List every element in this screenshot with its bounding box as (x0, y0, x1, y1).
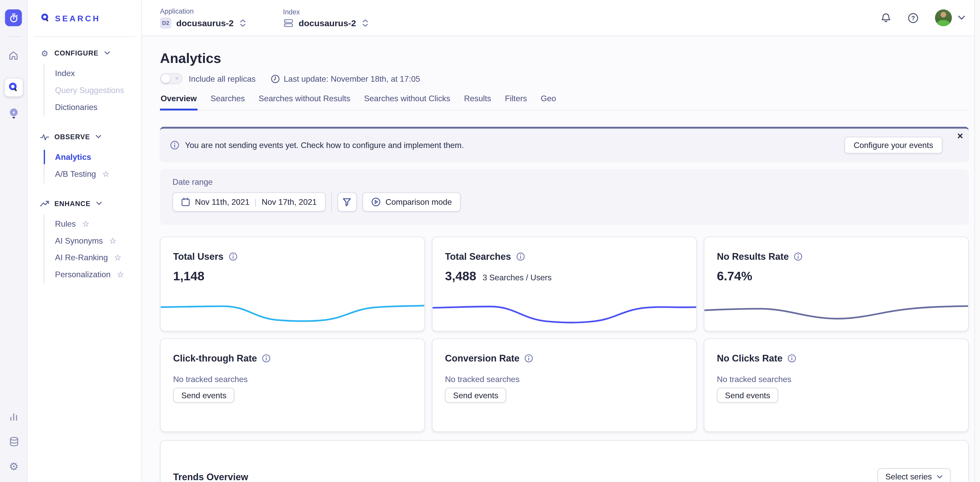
date-separator: | (255, 197, 256, 206)
last-update: Last update: November 18th, at 17:05 (270, 74, 420, 83)
total-searches-sparkline (433, 291, 696, 328)
select-series-label: Select series (885, 472, 932, 481)
pulse-icon (40, 133, 49, 141)
rail-bottom-icons: ⚙ (0, 401, 27, 476)
help-icon[interactable]: ? (907, 12, 919, 24)
filter-button[interactable] (337, 192, 357, 211)
sidebar-item-label: Dictionaries (55, 102, 97, 111)
account-chevron-down-icon[interactable] (958, 16, 965, 20)
sidebar-item-query-suggestions[interactable]: Query Suggestions (45, 82, 142, 99)
data-rail-icon[interactable] (4, 432, 23, 451)
events-banner: You are not sending events yet. Check ho… (160, 127, 969, 161)
section-label: CONFIGURE (54, 49, 98, 57)
magnifier-logo-icon (41, 13, 50, 23)
conversion-rate-card: Conversion Rate No tracked searches Send… (432, 338, 697, 432)
recommend-icon[interactable] (4, 104, 23, 123)
gear-icon: ⚙ (9, 461, 19, 471)
content: Analytics × Include all replicas Last up… (142, 36, 980, 482)
info-icon[interactable] (516, 252, 525, 260)
select-series-button[interactable]: Select series (877, 468, 950, 482)
sidebar-item-index[interactable]: Index (45, 65, 142, 82)
metric-value: 3,488 (445, 269, 476, 284)
updown-chevrons-icon[interactable] (362, 19, 368, 27)
sidebar-item-personalization[interactable]: Personalization ☆ (45, 266, 142, 283)
info-icon[interactable] (794, 252, 802, 260)
usage-app-icon[interactable] (5, 9, 22, 26)
section-configure-items: Index Query Suggestions Dictionaries (44, 64, 141, 117)
home-icon[interactable] (4, 46, 23, 64)
meta-row: × Include all replicas Last update: Nove… (160, 73, 969, 85)
metric-title: No Results Rate (717, 251, 789, 262)
tab-results[interactable]: Results (463, 94, 492, 110)
metric-title: Conversion Rate (445, 353, 520, 363)
info-icon[interactable] (228, 252, 237, 260)
send-events-button[interactable]: Send events (717, 388, 778, 403)
index-selector[interactable]: Index docusaurus-2 (283, 8, 368, 28)
info-icon (170, 140, 179, 149)
search-product-icon[interactable] (4, 78, 23, 97)
stopwatch-icon (8, 13, 19, 23)
info-icon[interactable] (788, 354, 796, 362)
sidebar-item-ai-synonyms[interactable]: AI Synonyms ☆ (45, 232, 142, 249)
tab-searches-without-clicks[interactable]: Searches without Clicks (363, 94, 451, 110)
sidebar-item-label: AI Re-Ranking (55, 253, 108, 262)
tab-filters[interactable]: Filters (504, 94, 528, 110)
comparison-mode-button[interactable]: Comparison mode (363, 192, 461, 211)
section-observe-header[interactable]: OBSERVE (27, 130, 141, 143)
star-icon[interactable]: ☆ (114, 253, 121, 262)
analytics-tabs: Overview Searches Searches without Resul… (160, 94, 969, 111)
close-icon[interactable]: × (958, 131, 963, 141)
sidebar-item-ai-reranking[interactable]: AI Re-Ranking ☆ (45, 249, 142, 266)
no-clicks-rate-card: No Clicks Rate No tracked searches Send … (704, 338, 969, 432)
section-configure-header[interactable]: ⚙ CONFIGURE (27, 47, 141, 59)
star-icon[interactable]: ☆ (102, 170, 109, 178)
date-range-button[interactable]: Nov 11th, 2021 | Nov 17th, 2021 (173, 192, 326, 211)
info-icon[interactable] (525, 354, 533, 362)
application-selector[interactable]: Application D2 docusaurus-2 (160, 7, 245, 29)
chevron-down-icon (937, 475, 942, 479)
empty-state-text: No tracked searches (445, 374, 684, 384)
analytics-rail-icon[interactable] (4, 407, 23, 426)
application-value: docusaurus-2 (176, 18, 234, 28)
clock-icon (270, 74, 280, 83)
star-icon[interactable]: ☆ (117, 270, 124, 279)
send-events-button[interactable]: Send events (173, 388, 235, 403)
calendar-icon (181, 197, 190, 206)
tab-searches[interactable]: Searches (210, 94, 245, 110)
metrics-row-2: Click-through Rate No tracked searches S… (160, 338, 969, 432)
metric-value: 6.74% (717, 269, 752, 284)
send-events-button[interactable]: Send events (445, 388, 506, 403)
total-users-sparkline (161, 291, 424, 328)
settings-rail-icon[interactable]: ⚙ (4, 457, 23, 476)
sidebar-item-dictionaries[interactable]: Dictionaries (45, 99, 142, 116)
notifications-bell-icon[interactable] (881, 12, 891, 24)
star-icon[interactable]: ☆ (109, 237, 116, 245)
magnifier-icon (8, 82, 19, 93)
search-logo[interactable]: SEARCH (27, 0, 141, 36)
last-update-text: Last update: November 18th, at 17:05 (284, 74, 420, 83)
topbar-right: ? (864, 9, 965, 26)
sidebar-item-analytics[interactable]: Analytics (45, 149, 142, 165)
scrollbar[interactable] (974, 0, 980, 482)
banner-message: You are not sending events yet. Check ho… (185, 140, 464, 149)
trend-up-icon (40, 200, 49, 207)
include-replicas-toggle[interactable]: × (160, 73, 182, 84)
application-badge: D2 (160, 17, 171, 29)
funnel-icon (343, 198, 352, 206)
configure-events-button[interactable]: Configure your events (844, 136, 942, 154)
sidebar-item-rules[interactable]: Rules ☆ (45, 215, 142, 232)
section-enhance-header[interactable]: ENHANCE (27, 197, 141, 210)
sidebar-item-ab-testing[interactable]: A/B Testing ☆ (45, 165, 142, 182)
sidebar-item-label: Personalization (55, 270, 111, 279)
star-icon[interactable]: ☆ (82, 220, 89, 228)
tab-searches-without-results[interactable]: Searches without Results (258, 94, 351, 110)
avatar[interactable] (935, 9, 952, 26)
tab-geo[interactable]: Geo (540, 94, 557, 110)
chevron-down-icon (96, 135, 101, 139)
updown-chevrons-icon[interactable] (240, 19, 246, 27)
sidebar-item-label: A/B Testing (55, 169, 96, 178)
sidebar-item-label: Rules (55, 219, 76, 228)
info-icon[interactable] (262, 354, 271, 362)
trends-overview-card: Trends Overview Select series (160, 440, 969, 482)
tab-overview[interactable]: Overview (160, 94, 197, 110)
